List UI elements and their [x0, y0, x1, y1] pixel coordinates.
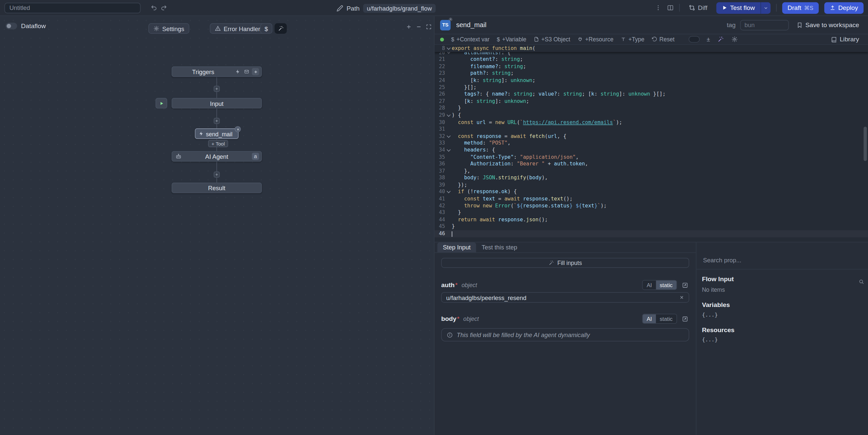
- code-line[interactable]: 45}: [434, 223, 868, 230]
- test-flow-button[interactable]: Test flow: [716, 2, 760, 13]
- code-line[interactable]: 21 content?: string;: [434, 56, 868, 63]
- redo-icon[interactable]: [160, 4, 167, 11]
- body-static-option[interactable]: static: [656, 314, 676, 323]
- fold-chevron-icon[interactable]: [445, 45, 452, 52]
- code-line[interactable]: 23 path?: string;: [434, 70, 868, 77]
- kebab-menu-icon[interactable]: [655, 4, 661, 11]
- wand-icon[interactable]: [717, 36, 724, 43]
- flow-settings-button[interactable]: Settings: [148, 23, 189, 34]
- save-to-workspace-button[interactable]: Save to workspace: [793, 21, 862, 29]
- auth-ai-option[interactable]: AI: [643, 281, 656, 289]
- code-line[interactable]: 26 tags?: { name?: string; value?: strin…: [434, 91, 868, 98]
- code-line[interactable]: 30 const url = new URL(`https://api.rese…: [434, 119, 868, 126]
- code-line[interactable]: 43 }: [434, 209, 868, 216]
- flow-title-input[interactable]: [4, 3, 141, 13]
- zoom-in-icon[interactable]: [406, 24, 412, 30]
- auth-resource-input[interactable]: u/farhadglbs/peerless_resend: [441, 292, 689, 303]
- node-result[interactable]: Result: [172, 183, 262, 193]
- code-line[interactable]: 8export async function main(: [434, 45, 868, 52]
- add-s3-object-button[interactable]: +S3 Object: [533, 36, 570, 43]
- gear-icon[interactable]: [731, 36, 738, 43]
- add-variable-button[interactable]: $ +Variable: [497, 36, 526, 43]
- ai-agent-badge[interactable]: a: [252, 153, 259, 160]
- code-line[interactable]: 46: [434, 230, 868, 237]
- code-line[interactable]: 38 body: JSON.stringify(body),: [434, 174, 868, 181]
- code-line[interactable]: 34 headers: {: [434, 147, 868, 154]
- error-handler-button[interactable]: Error Handler: [210, 23, 265, 34]
- tab-test-this-step[interactable]: Test this step: [476, 243, 523, 252]
- expand-field-icon[interactable]: [680, 314, 689, 323]
- code-line[interactable]: 35 "Content-Type": "application/json",: [434, 154, 868, 160]
- expand-field-icon[interactable]: [680, 281, 689, 289]
- code-line[interactable]: 44 return await response.json();: [434, 216, 868, 223]
- fold-chevron-icon[interactable]: [445, 147, 452, 154]
- code-line[interactable]: 28 }: [434, 105, 868, 112]
- fold-chevron-icon[interactable]: [445, 133, 452, 139]
- add-tool-button[interactable]: + Tool: [208, 140, 228, 147]
- node-triggers[interactable]: Triggers: [172, 66, 262, 77]
- ai-assistant-box[interactable]: [688, 36, 699, 43]
- remove-step-button[interactable]: [235, 126, 241, 132]
- editor-scrollbar[interactable]: [864, 127, 867, 161]
- fill-inputs-button[interactable]: Fill inputs: [441, 258, 689, 268]
- insert-step-button[interactable]: [214, 172, 220, 178]
- code-line[interactable]: 27 [k: string]: unknown;: [434, 98, 868, 105]
- flow-canvas[interactable]: Dataflow Settings Error Handler $ Trigge…: [0, 16, 434, 435]
- search-prop-input[interactable]: [702, 256, 865, 264]
- add-type-button[interactable]: +Type: [621, 36, 645, 43]
- code-line[interactable]: 29) {: [434, 112, 868, 119]
- variables-value[interactable]: {...}: [702, 312, 862, 317]
- code-line[interactable]: 39 });: [434, 181, 868, 188]
- library-button[interactable]: Library: [828, 35, 863, 43]
- code-line[interactable]: 31: [434, 126, 868, 133]
- fit-view-icon[interactable]: [426, 24, 432, 30]
- zoom-out-icon[interactable]: [415, 24, 422, 30]
- code-line[interactable]: 25 }[];: [434, 84, 868, 91]
- script-name-input[interactable]: [455, 21, 722, 29]
- add-trigger-button[interactable]: [252, 68, 259, 75]
- code-line[interactable]: 40 if (!response.ok) {: [434, 189, 868, 195]
- insert-step-button[interactable]: [214, 118, 220, 124]
- resources-value[interactable]: {...}: [702, 336, 862, 342]
- currency-button[interactable]: $: [260, 23, 272, 34]
- email-trigger-icon[interactable]: [243, 68, 250, 75]
- split-panel-icon[interactable]: [667, 4, 674, 11]
- body-ai-option[interactable]: AI: [643, 314, 656, 323]
- run-input-button[interactable]: [156, 98, 167, 108]
- fold-chevron-icon[interactable]: [445, 52, 452, 56]
- code-line[interactable]: 42 throw new Error(`${response.status} $…: [434, 203, 868, 209]
- node-input[interactable]: Input: [172, 98, 262, 108]
- dataflow-toggle[interactable]: [6, 23, 17, 29]
- code-line[interactable]: 22 filename?: string;: [434, 63, 868, 70]
- insert-step-button[interactable]: [214, 86, 220, 92]
- search-icon[interactable]: [859, 279, 864, 284]
- tag-input[interactable]: [740, 20, 788, 30]
- code-line[interactable]: 41 const text = await response.text();: [434, 195, 868, 203]
- fold-chevron-icon[interactable]: [445, 189, 452, 195]
- webhook-icon[interactable]: [234, 68, 242, 75]
- add-resource-button[interactable]: +Resource: [578, 36, 614, 43]
- code-editor[interactable]: 8export async function main( 20 attachme…: [434, 45, 868, 242]
- ai-flow-builder-button[interactable]: [275, 23, 287, 34]
- tab-step-input[interactable]: Step Input: [437, 243, 476, 252]
- fold-chevron-icon[interactable]: [445, 112, 452, 119]
- gear-icon[interactable]: [448, 17, 453, 21]
- node-ai-agent[interactable]: AI Agent a: [172, 151, 262, 162]
- add-context-var-button[interactable]: $ +Context var: [451, 36, 489, 43]
- undo-icon[interactable]: [151, 4, 157, 11]
- path-value[interactable]: u/farhadglbs/grand_flow: [363, 4, 436, 12]
- draft-button[interactable]: Draft ⌘S: [782, 2, 819, 13]
- code-line[interactable]: 24 [k: string]: unknown;: [434, 77, 868, 84]
- code-line[interactable]: 20 attachments?: {: [434, 52, 868, 56]
- plus-minus-icon[interactable]: ±: [707, 36, 710, 43]
- node-send-mail[interactable]: send_mail: [195, 128, 239, 139]
- code-line[interactable]: 36 Authorization: "Bearer " + auth.token…: [434, 160, 868, 167]
- diff-button[interactable]: Diff: [685, 4, 711, 11]
- code-line[interactable]: 32 const response = await fetch(url, {: [434, 133, 868, 139]
- reset-button[interactable]: Reset: [652, 36, 674, 43]
- auth-static-option[interactable]: static: [656, 281, 676, 289]
- clear-icon[interactable]: [679, 295, 684, 300]
- deploy-button[interactable]: Deploy: [824, 2, 863, 13]
- code-line[interactable]: 37 },: [434, 167, 868, 174]
- code-line[interactable]: 33 method: "POST",: [434, 139, 868, 147]
